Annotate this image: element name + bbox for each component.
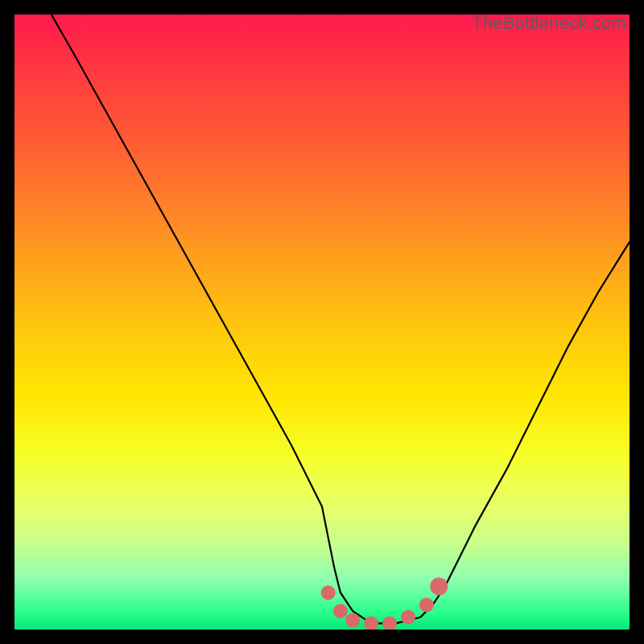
- flat-region-dots-dot: [333, 604, 348, 618]
- marker-layer: [321, 578, 448, 630]
- right-dot-dot: [430, 578, 448, 596]
- bottleneck-curve: [52, 14, 630, 623]
- chart-svg: [14, 14, 630, 630]
- flat-region-dots-dot: [419, 597, 434, 612]
- plot-area: TheBottleneck.com: [14, 14, 630, 630]
- flat-region-dots-dot: [345, 613, 360, 628]
- chart-frame: TheBottleneck.com: [0, 0, 644, 644]
- flat-region-dots-dot: [401, 610, 415, 625]
- flat-region-dots-dot: [321, 585, 336, 600]
- flat-region-dots-dot: [364, 616, 378, 630]
- flat-region-dots-dot: [382, 616, 397, 630]
